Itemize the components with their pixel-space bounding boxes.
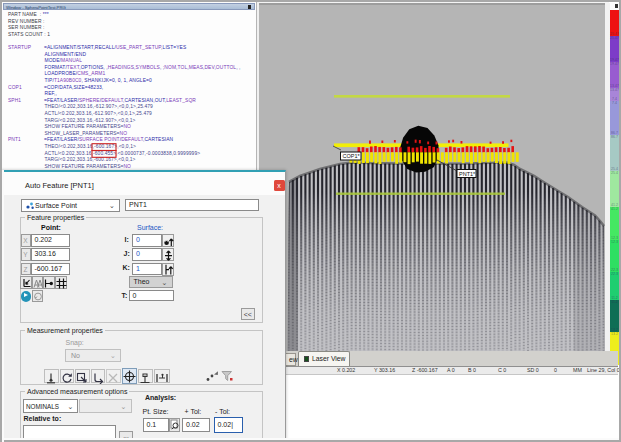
svg-text:PNT1*: PNT1* xyxy=(459,171,476,177)
svg-text:COP1*: COP1* xyxy=(343,153,361,159)
